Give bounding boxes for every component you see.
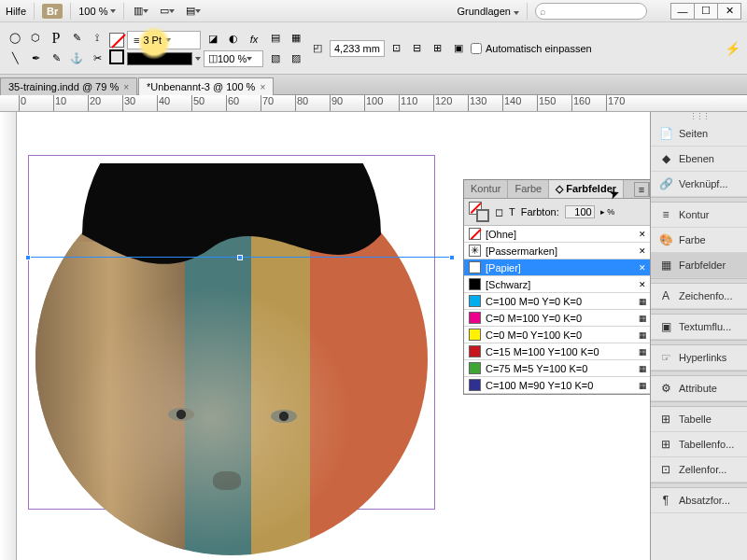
help-menu[interactable]: Hilfe (6, 6, 26, 17)
swatch-row[interactable]: C=100 M=0 Y=0 K=0▦◪ (464, 293, 650, 310)
dock-panel-seiten[interactable]: 📄Seiten (651, 121, 747, 147)
lock-icon: ▦ (637, 380, 648, 391)
ellipse-tool-icon[interactable]: ◯ (6, 29, 24, 48)
maximize-button[interactable]: ☐ (694, 3, 718, 20)
stroke-icon[interactable] (109, 49, 124, 64)
workspace-dropdown[interactable]: Grundlagen (457, 6, 519, 17)
swatch-name: C=75 M=5 Y=100 K=0 (486, 363, 632, 374)
view-options-icon[interactable]: ▥ (132, 2, 150, 21)
tint-input[interactable] (565, 205, 595, 218)
swatch-name: C=100 M=0 Y=0 K=0 (486, 296, 632, 307)
stroke-weight-input[interactable]: ≡3 Pt (127, 31, 201, 49)
corner-options-icon[interactable]: ◰ (308, 39, 327, 58)
dock-panel-absatzfor[interactable]: ¶Absatzfor... (651, 488, 747, 513)
polygon-tool-icon[interactable]: ⬡ (26, 29, 45, 48)
opacity-icon[interactable]: ◐ (224, 30, 243, 49)
zoom-dropdown[interactable]: 100 % (78, 6, 116, 17)
panel-icon: 🎨 (658, 232, 673, 247)
tab-farbe[interactable]: Farbe (508, 180, 549, 198)
lock-icon: ▦ (637, 329, 648, 341)
screen-mode-icon[interactable]: ▭ (158, 2, 176, 21)
panel-icon: ☞ (658, 350, 673, 365)
scale-input[interactable]: ◫ 100 % (204, 50, 263, 67)
drop-shadow-icon[interactable]: ◪ (204, 30, 222, 49)
lock-icon: ✕ (637, 279, 648, 290)
scissors-icon[interactable]: ✂ (88, 49, 106, 68)
dock-panel-zellenfor[interactable]: ⊡Zellenfor... (651, 457, 747, 483)
swatch-chip (469, 278, 481, 290)
corner-size-input[interactable]: 4,233 mm (330, 40, 385, 57)
dock-panel-textumflu[interactable]: ▣Textumflu... (651, 315, 747, 340)
dock-panel-attribute[interactable]: ⚙Attribute (651, 376, 747, 401)
swatch-name: C=100 M=90 Y=10 K=0 (486, 380, 632, 391)
dock-panel-hyperlinks[interactable]: ☞Hyperlinks (651, 345, 747, 371)
eyedropper-icon[interactable]: ✎ (67, 29, 86, 48)
dock-grip[interactable] (651, 112, 747, 121)
line-tool-icon[interactable]: ╲ (6, 49, 24, 68)
canvas[interactable]: Kontur Farbe ◇ Farbfelder ▸ ≡ ◻ T Farbto… (17, 112, 650, 560)
swatch-chip (469, 245, 481, 257)
pen-tool-icon[interactable]: ✒ (26, 49, 45, 68)
dock-panel-kontur[interactable]: ≡Kontur (651, 203, 747, 228)
swatch-row[interactable]: [Ohne]✕☐ (464, 226, 650, 243)
horizontal-ruler: 0102030405060708090100110120130140150160… (0, 95, 747, 112)
text-format-icon[interactable]: T (509, 206, 515, 217)
close-icon[interactable]: × (123, 82, 129, 92)
fx-icon[interactable]: fx (245, 30, 263, 49)
center-content-icon[interactable]: ⊞ (429, 39, 447, 58)
measure-icon[interactable]: ⟟ (88, 29, 106, 48)
stroke-style-dropdown[interactable] (127, 52, 192, 65)
swatch-name: C=0 M=100 Y=0 K=0 (486, 313, 632, 324)
anchor-icon[interactable]: ⚓ (67, 49, 86, 68)
container-format-icon[interactable]: ◻ (495, 206, 503, 218)
search-input[interactable]: ⌕ (535, 3, 647, 20)
swatch-row[interactable]: [Papier]✕◪ (464, 259, 650, 276)
bridge-button[interactable]: Br (42, 4, 63, 19)
dock-panel-ebenen[interactable]: ◆Ebenen (651, 147, 747, 172)
fit-content-icon[interactable]: ⊡ (388, 39, 406, 58)
dock-panel-farbfelder[interactable]: ▦Farbfelder (651, 253, 747, 278)
type-tool-icon[interactable]: P (47, 29, 65, 48)
text-wrap-bound-icon[interactable]: ▦ (287, 29, 305, 48)
panel-menu-icon[interactable]: ≡ (634, 182, 649, 197)
swatch-row[interactable]: C=100 M=90 Y=10 K=0▦◪ (464, 377, 650, 394)
swatch-name: C=15 M=100 Y=100 K=0 (486, 346, 632, 357)
swatch-row[interactable]: C=0 M=0 Y=100 K=0▦◪ (464, 327, 650, 343)
quick-apply-icon[interactable]: ⚡ (723, 39, 741, 58)
close-icon[interactable]: × (260, 82, 265, 92)
swatch-row[interactable]: C=15 M=100 Y=100 K=0▦◪ (464, 343, 650, 360)
swatch-row[interactable]: C=0 M=100 Y=0 K=0▦◪ (464, 310, 650, 327)
fill-frame-icon[interactable]: ▣ (449, 39, 468, 58)
dock-panel-tabelle[interactable]: ⊞Tabelle (651, 407, 747, 432)
panel-collapse-icon[interactable]: ▸ (649, 182, 650, 197)
dock-panel-zeichenfo[interactable]: AZeichenfo... (651, 284, 747, 309)
pencil-icon[interactable]: ✎ (47, 49, 65, 68)
text-wrap-none-icon[interactable]: ▤ (266, 29, 285, 48)
document-tab[interactable]: *Unbenannt-3 @ 100 %× (138, 77, 274, 95)
swatch-row[interactable]: C=75 M=5 Y=100 K=0▦◪ (464, 360, 650, 377)
dock-panel-verknpf[interactable]: 🔗Verknüpf... (651, 172, 747, 197)
swatch-chip (469, 379, 481, 391)
dock-panel-tabellenfo[interactable]: ⊞Tabellenfo... (651, 432, 747, 457)
panel-icon: ⊡ (658, 462, 673, 477)
minimize-button[interactable]: — (670, 3, 695, 20)
auto-fit-checkbox[interactable]: Automatisch einpassen (471, 43, 592, 54)
swatch-row[interactable]: [Schwarz]✕◪ (464, 276, 650, 293)
chevron-down-icon (110, 9, 116, 13)
text-wrap-jump-icon[interactable]: ▨ (287, 49, 305, 68)
arrange-icon[interactable]: ▤ (184, 2, 203, 21)
fill-stroke-proxy[interactable] (469, 202, 489, 222)
document-tab[interactable]: 35-training.indd @ 79 %× (0, 77, 137, 95)
text-wrap-shape-icon[interactable]: ▧ (266, 49, 285, 68)
lock-icon: ✕ (637, 229, 648, 240)
close-button[interactable]: ✕ (717, 3, 741, 20)
fit-frame-icon[interactable]: ⊟ (408, 39, 427, 58)
swatch-row[interactable]: [Passermarken]✕✛ (464, 243, 650, 259)
panel-icon: A (658, 288, 673, 303)
dock-panel-farbe[interactable]: 🎨Farbe (651, 228, 747, 253)
tab-kontur[interactable]: Kontur (464, 180, 508, 198)
tab-farbfelder[interactable]: ◇ Farbfelder (549, 180, 624, 198)
black-wave-shape[interactable] (35, 163, 428, 313)
fill-none-icon[interactable] (109, 33, 124, 48)
tint-label: Farbton: (521, 206, 559, 217)
